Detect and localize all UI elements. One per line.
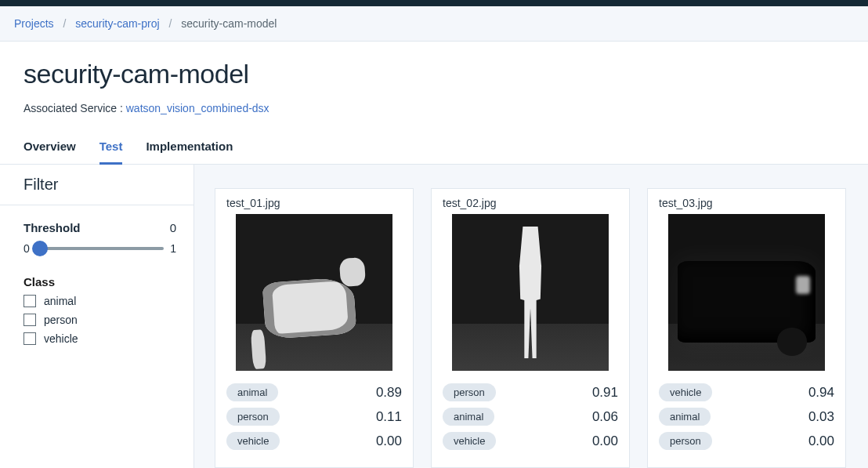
class-checkbox-vehicle[interactable]: vehicle xyxy=(24,332,176,345)
score-value: 0.94 xyxy=(808,385,834,401)
checkbox-icon[interactable] xyxy=(24,295,36,307)
tab-test[interactable]: Test xyxy=(99,132,123,165)
score-row: person0.00 xyxy=(659,432,834,450)
result-filename: test_03.jpg xyxy=(659,197,834,209)
score-label: person xyxy=(659,432,712,450)
score-row: animal0.03 xyxy=(659,408,834,426)
score-list: vehicle0.94animal0.03person0.00 xyxy=(659,383,834,450)
score-label: animal xyxy=(443,408,494,426)
score-list: animal0.89person0.11vehicle0.00 xyxy=(226,383,402,450)
breadcrumb-project-link[interactable]: security-cam-proj xyxy=(75,17,159,30)
score-row: vehicle0.00 xyxy=(226,432,402,450)
threshold-slider[interactable]: 0 1 xyxy=(24,242,176,255)
result-thumbnail[interactable] xyxy=(236,214,392,371)
associated-service-link[interactable]: watson_vision_combined-dsx xyxy=(126,102,269,114)
score-value: 0.00 xyxy=(592,434,618,449)
page-header: security-cam-model Associated Service : … xyxy=(0,42,868,114)
page-title: security-cam-model xyxy=(24,59,844,89)
class-checkbox-person[interactable]: person xyxy=(24,314,176,326)
result-filename: test_01.jpg xyxy=(226,197,402,209)
score-value: 0.00 xyxy=(808,434,834,449)
results-panel: test_01.jpganimal0.89person0.11vehicle0.… xyxy=(194,165,868,468)
score-value: 0.06 xyxy=(592,409,618,425)
tabs: Overview Test Implementation xyxy=(0,132,868,165)
slider-min: 0 xyxy=(24,242,30,255)
score-label: animal xyxy=(659,408,711,426)
score-label: vehicle xyxy=(659,383,712,401)
score-row: vehicle0.94 xyxy=(659,383,834,401)
slider-track[interactable] xyxy=(36,247,164,250)
score-row: person0.11 xyxy=(226,408,402,426)
tab-overview[interactable]: Overview xyxy=(24,132,76,165)
result-thumbnail[interactable] xyxy=(668,214,825,371)
tab-implementation[interactable]: Implementation xyxy=(146,132,233,165)
breadcrumb-projects[interactable]: Projects xyxy=(14,17,54,30)
score-label: animal xyxy=(226,383,278,401)
class-heading: Class xyxy=(24,275,176,288)
result-card: test_03.jpgvehicle0.94animal0.03person0.… xyxy=(647,188,846,468)
threshold-value: 0 xyxy=(170,221,176,234)
content: Filter Threshold 0 0 1 Class animalperso… xyxy=(0,165,868,468)
score-label: vehicle xyxy=(443,432,496,450)
filter-heading: Filter xyxy=(0,165,193,205)
breadcrumb: Projects / security-cam-proj / security-… xyxy=(0,6,868,42)
result-thumbnail[interactable] xyxy=(452,214,609,371)
checkbox-icon[interactable] xyxy=(24,332,36,345)
score-value: 0.11 xyxy=(376,409,402,425)
top-bar xyxy=(0,0,868,6)
score-value: 0.91 xyxy=(592,385,618,401)
score-label: person xyxy=(443,383,496,401)
associated-service: Associated Service : watson_vision_combi… xyxy=(24,102,844,114)
class-label-text: animal xyxy=(44,295,76,307)
checkbox-icon[interactable] xyxy=(24,314,36,326)
breadcrumb-current: security-cam-model xyxy=(181,17,277,30)
score-label: person xyxy=(226,408,280,426)
score-row: person0.91 xyxy=(443,383,618,401)
score-value: 0.89 xyxy=(376,385,402,401)
score-label: vehicle xyxy=(226,432,280,450)
threshold-label: Threshold xyxy=(24,221,81,234)
score-list: person0.91animal0.06vehicle0.00 xyxy=(443,383,618,450)
class-label-text: person xyxy=(44,314,78,326)
result-card: test_02.jpgperson0.91animal0.06vehicle0.… xyxy=(431,188,630,468)
class-label-text: vehicle xyxy=(44,332,78,345)
score-row: animal0.89 xyxy=(226,383,402,401)
score-row: vehicle0.00 xyxy=(443,432,618,450)
score-value: 0.03 xyxy=(808,409,834,425)
associated-service-label: Associated Service : xyxy=(24,102,126,114)
breadcrumb-sep: / xyxy=(63,17,66,30)
slider-max: 1 xyxy=(170,242,176,255)
slider-thumb[interactable] xyxy=(32,241,48,256)
result-card: test_01.jpganimal0.89person0.11vehicle0.… xyxy=(215,188,414,468)
class-checkbox-animal[interactable]: animal xyxy=(24,295,176,307)
score-row: animal0.06 xyxy=(443,408,618,426)
filter-sidebar: Filter Threshold 0 0 1 Class animalperso… xyxy=(0,165,194,468)
breadcrumb-sep: / xyxy=(169,17,172,30)
score-value: 0.00 xyxy=(376,434,402,449)
result-filename: test_02.jpg xyxy=(443,197,618,209)
